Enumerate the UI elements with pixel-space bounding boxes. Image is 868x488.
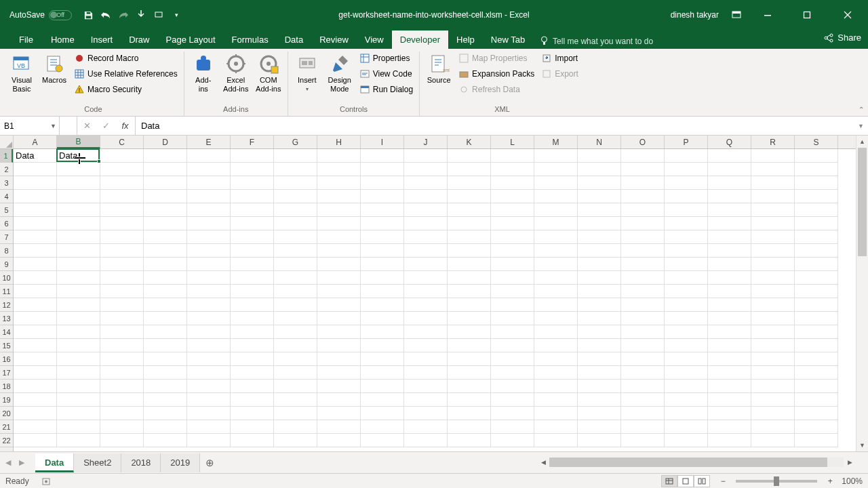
- cell-P13[interactable]: [665, 312, 708, 325]
- cell-M9[interactable]: [534, 258, 578, 271]
- col-header-P[interactable]: P: [665, 136, 708, 148]
- cell-C7[interactable]: [100, 230, 144, 244]
- view-code-button[interactable]: View Code: [357, 67, 415, 81]
- cell-L22[interactable]: [491, 434, 534, 447]
- cell-J13[interactable]: [404, 312, 448, 325]
- row-header-6[interactable]: 6: [0, 217, 13, 230]
- cell-K13[interactable]: [448, 312, 491, 325]
- run-dialog-button[interactable]: Run Dialog: [357, 83, 415, 96]
- cell-N18[interactable]: [578, 380, 621, 393]
- cell-A2[interactable]: [14, 163, 57, 176]
- row-header-7[interactable]: 7: [0, 230, 13, 244]
- cell-R17[interactable]: [751, 366, 795, 380]
- cell-S7[interactable]: [795, 230, 838, 244]
- cell-L15[interactable]: [491, 339, 534, 352]
- row-header-4[interactable]: 4: [0, 190, 13, 203]
- cell-G13[interactable]: [274, 312, 317, 325]
- cell-A4[interactable]: [14, 190, 57, 203]
- cell-F11[interactable]: [231, 285, 274, 298]
- user-name[interactable]: dinesh takyar: [671, 10, 719, 20]
- tab-insert[interactable]: Insert: [83, 30, 121, 49]
- cell-N15[interactable]: [578, 339, 621, 352]
- cell-L17[interactable]: [491, 366, 534, 380]
- cell-G14[interactable]: [274, 325, 317, 339]
- share-button[interactable]: Share: [824, 33, 861, 43]
- cell-O12[interactable]: [621, 298, 665, 312]
- cell-K8[interactable]: [448, 244, 491, 258]
- row-header-1[interactable]: 1: [0, 149, 13, 163]
- cell-C10[interactable]: [100, 271, 144, 285]
- qat-dropdown-icon[interactable]: ▾: [171, 9, 182, 20]
- cell-K9[interactable]: [448, 258, 491, 271]
- cell-N12[interactable]: [578, 298, 621, 312]
- cell-L7[interactable]: [491, 230, 534, 244]
- cell-S18[interactable]: [795, 380, 838, 393]
- cell-L9[interactable]: [491, 258, 534, 271]
- cell-G2[interactable]: [274, 163, 317, 176]
- cell-D9[interactable]: [144, 258, 187, 271]
- cell-R21[interactable]: [751, 420, 795, 434]
- cell-R20[interactable]: [751, 407, 795, 420]
- cell-F15[interactable]: [231, 339, 274, 352]
- add-sheet-button[interactable]: ⊕: [200, 457, 219, 469]
- cell-O14[interactable]: [621, 325, 665, 339]
- col-header-O[interactable]: O: [621, 136, 665, 148]
- cell-P19[interactable]: [665, 393, 708, 407]
- cell-J11[interactable]: [404, 285, 448, 298]
- cell-B1[interactable]: Data: [57, 149, 100, 163]
- cell-I18[interactable]: [361, 380, 404, 393]
- cell-K5[interactable]: [448, 203, 491, 217]
- cell-H11[interactable]: [317, 285, 361, 298]
- scroll-up-icon[interactable]: ▲: [856, 136, 868, 148]
- cell-M14[interactable]: [534, 325, 578, 339]
- tab-home[interactable]: Home: [43, 30, 83, 49]
- tab-formulas[interactable]: Formulas: [224, 30, 277, 49]
- cell-K18[interactable]: [448, 380, 491, 393]
- cell-S9[interactable]: [795, 258, 838, 271]
- cell-C11[interactable]: [100, 285, 144, 298]
- cell-R22[interactable]: [751, 434, 795, 447]
- cell-F21[interactable]: [231, 420, 274, 434]
- cell-H19[interactable]: [317, 393, 361, 407]
- cell-Q12[interactable]: [708, 298, 751, 312]
- col-header-J[interactable]: J: [404, 136, 448, 148]
- cell-R11[interactable]: [751, 285, 795, 298]
- cell-O17[interactable]: [621, 366, 665, 380]
- cell-F14[interactable]: [231, 325, 274, 339]
- cell-S3[interactable]: [795, 176, 838, 190]
- cell-J2[interactable]: [404, 163, 448, 176]
- cell-M15[interactable]: [534, 339, 578, 352]
- cell-I15[interactable]: [361, 339, 404, 352]
- tab-file[interactable]: File: [9, 30, 43, 49]
- tab-draw[interactable]: Draw: [121, 30, 157, 49]
- page-layout-view-button[interactable]: [677, 475, 694, 487]
- zoom-in-button[interactable]: +: [824, 476, 836, 486]
- cell-L14[interactable]: [491, 325, 534, 339]
- col-header-N[interactable]: N: [578, 136, 621, 148]
- cell-I12[interactable]: [361, 298, 404, 312]
- ribbon-display-icon[interactable]: [731, 9, 742, 20]
- row-header-17[interactable]: 17: [0, 366, 13, 380]
- cell-G16[interactable]: [274, 352, 317, 366]
- cell-P10[interactable]: [665, 271, 708, 285]
- cell-H17[interactable]: [317, 366, 361, 380]
- sheet-tab-2018[interactable]: 2018: [121, 453, 161, 472]
- cell-M17[interactable]: [534, 366, 578, 380]
- cell-H7[interactable]: [317, 230, 361, 244]
- cell-A16[interactable]: [14, 352, 57, 366]
- cell-G10[interactable]: [274, 271, 317, 285]
- row-header-8[interactable]: 8: [0, 244, 13, 258]
- cell-L11[interactable]: [491, 285, 534, 298]
- cell-C14[interactable]: [100, 325, 144, 339]
- cell-L20[interactable]: [491, 407, 534, 420]
- vertical-scrollbar[interactable]: ▲ ▼: [856, 136, 868, 451]
- cell-M3[interactable]: [534, 176, 578, 190]
- cell-M6[interactable]: [534, 217, 578, 230]
- cell-H21[interactable]: [317, 420, 361, 434]
- cell-G6[interactable]: [274, 217, 317, 230]
- cell-A9[interactable]: [14, 258, 57, 271]
- cell-J20[interactable]: [404, 407, 448, 420]
- cell-J12[interactable]: [404, 298, 448, 312]
- fx-button[interactable]: fx: [115, 117, 136, 135]
- cell-H22[interactable]: [317, 434, 361, 447]
